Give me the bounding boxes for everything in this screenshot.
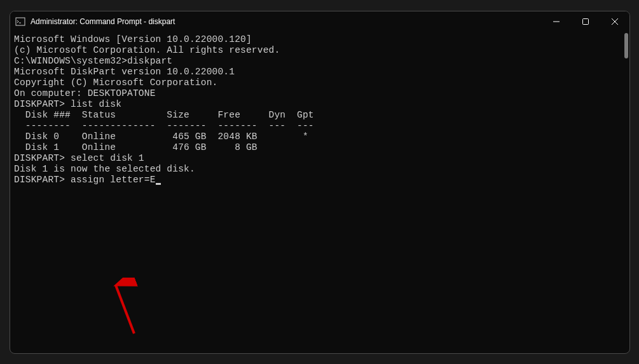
window-title: Administrator: Command Prompt - diskpart (31, 17, 542, 26)
terminal-line: DISKPART> list disk (14, 99, 618, 110)
terminal-line: Disk 1 is now the selected disk. (14, 164, 618, 175)
scrollbar-thumb[interactable] (624, 33, 628, 58)
close-button[interactable] (600, 11, 629, 32)
window-controls (542, 11, 629, 32)
terminal-current-line: DISKPART> assign letter=E (14, 175, 618, 185)
terminal-line: C:\WINDOWS\system32>diskpart (14, 56, 618, 67)
terminal-window: Administrator: Command Prompt - diskpart… (10, 11, 630, 354)
terminal-line: Disk 0 Online 465 GB 2048 KB * (14, 131, 618, 142)
terminal-line: DISKPART> select disk 1 (14, 153, 618, 164)
terminal-line: Microsoft DiskPart version 10.0.22000.1 (14, 67, 618, 78)
terminal-area[interactable]: Microsoft Windows [Version 10.0.22000.12… (10, 32, 629, 353)
cmd-icon (15, 17, 25, 27)
svg-rect-0 (16, 18, 25, 25)
minimize-button[interactable] (542, 11, 571, 32)
terminal-line: Disk 1 Online 476 GB 8 GB (14, 142, 618, 153)
titlebar[interactable]: Administrator: Command Prompt - diskpart (10, 11, 629, 32)
terminal-line: Disk ### Status Size Free Dyn Gpt (14, 110, 618, 121)
svg-rect-3 (583, 19, 589, 25)
maximize-button[interactable] (571, 11, 600, 32)
terminal-line: On computer: DESKTOPATONE (14, 88, 618, 99)
terminal-line: -------- ------------- ------- ------- -… (14, 121, 618, 131)
terminal-content: Microsoft Windows [Version 10.0.22000.12… (10, 32, 622, 353)
text-cursor (156, 183, 161, 185)
terminal-line: (c) Microsoft Corporation. All rights re… (14, 45, 618, 56)
terminal-line: Copyright (C) Microsoft Corporation. (14, 78, 618, 88)
terminal-line: Microsoft Windows [Version 10.0.22000.12… (14, 34, 618, 45)
